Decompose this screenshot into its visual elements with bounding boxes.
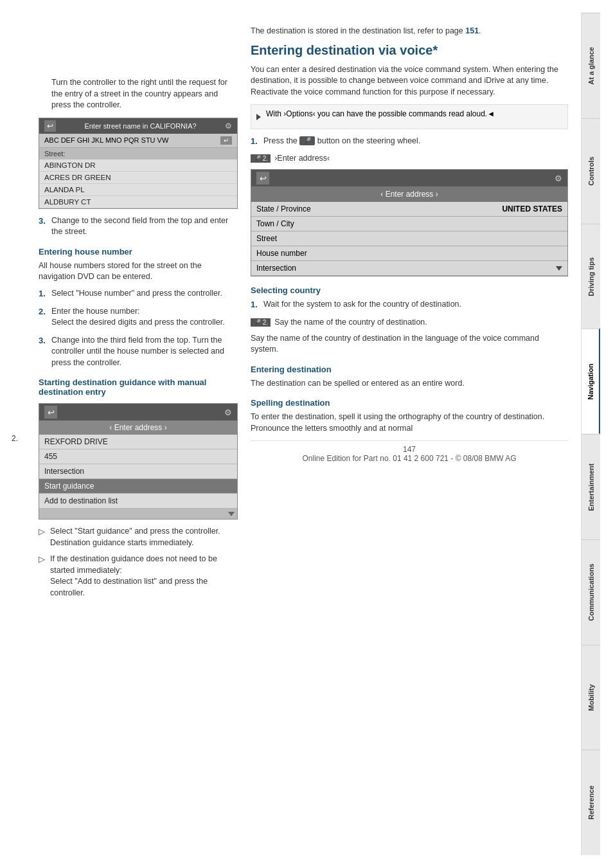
screen-header: ↩ Enter street name in CALIFORNIA? ⚙ bbox=[39, 118, 237, 134]
scroll-indicator bbox=[39, 509, 237, 519]
street-label: Street bbox=[256, 234, 277, 243]
house-step-2-text: Enter the house number:Select the desire… bbox=[51, 306, 225, 329]
screen-keyboard: ABC DEF GHI JKL MNO PQR STU VW ↵ bbox=[39, 134, 237, 148]
start-guidance-row[interactable]: Start guidance bbox=[39, 479, 237, 494]
country-body: Say the name of the country of destinati… bbox=[251, 333, 568, 356]
spelling-destination-heading: Spelling destination bbox=[251, 398, 568, 408]
arrow-right-icon-2: ▷ bbox=[39, 554, 45, 599]
step-3-number: 3. bbox=[39, 215, 48, 238]
street-screen-widget: ↩ Enter street name in CALIFORNIA? ⚙ ABC… bbox=[39, 118, 238, 209]
enter-key[interactable]: ↵ bbox=[220, 136, 232, 145]
house-step-1: 1. Select "House number" and press the c… bbox=[39, 288, 238, 300]
starting-guidance-heading: Starting destination guidance with manua… bbox=[39, 377, 238, 397]
guidance-row-2: 455 bbox=[39, 449, 237, 464]
page-ref[interactable]: 151 bbox=[465, 26, 479, 35]
house-label: House number bbox=[256, 249, 307, 258]
page-footer: 147 Online Edition for Part no. 01 41 2 … bbox=[251, 440, 568, 463]
entering-destination-heading: Entering destination bbox=[251, 365, 568, 374]
selecting-country-heading: Selecting country bbox=[251, 285, 568, 295]
mic-icon: 🎤 2. bbox=[251, 154, 271, 163]
guidance-arrow-1: ▷ Select "Start guidance" and press the … bbox=[39, 526, 238, 548]
sidebar-tab-communications[interactable]: Communications bbox=[582, 539, 600, 645]
guidance-arrow-1-text: Select "Start guidance" and press the co… bbox=[50, 526, 220, 548]
step-3: 3. Change to the second field from the t… bbox=[39, 215, 238, 238]
enter-address-bar[interactable]: ‹ Enter address › bbox=[39, 420, 237, 435]
voice-back-icon[interactable]: ↩ bbox=[256, 172, 269, 185]
main-heading: Entering destination via voice* bbox=[251, 42, 568, 58]
voice-step-2-text: ›Enter address‹ bbox=[274, 154, 330, 163]
voice-enter-address[interactable]: ‹ Enter address › bbox=[251, 186, 567, 202]
back-arrow-icon[interactable]: ↩ bbox=[44, 406, 57, 419]
guidance-row-3: Intersection bbox=[39, 464, 237, 479]
country-step-1-num: 1. bbox=[251, 299, 260, 311]
voice-step-2: 🎤 2. ›Enter address‹ bbox=[251, 154, 568, 163]
right-column: The destination is stored in the destina… bbox=[251, 13, 568, 855]
add-to-list-row[interactable]: Add to destination list bbox=[39, 494, 237, 509]
entering-house-number-heading: Entering house number bbox=[39, 247, 238, 257]
sidebar-tab-mobility[interactable]: Mobility bbox=[582, 645, 600, 750]
list-item[interactable]: ABINGTON DR bbox=[39, 159, 237, 172]
list-item[interactable]: ALANDA PL bbox=[39, 184, 237, 196]
left-column: Turn the controller to the right until t… bbox=[39, 13, 238, 855]
sidebar-tab-at-a-glance[interactable]: At a glance bbox=[582, 13, 600, 118]
list-item[interactable]: ALDBURY CT bbox=[39, 196, 237, 208]
house-step-3-text: Change into the third field from the top… bbox=[51, 335, 238, 369]
voice-house-row: House number bbox=[251, 246, 567, 261]
sidebar-tab-driving-tips[interactable]: Driving tips bbox=[582, 224, 600, 329]
state-label: State / Province bbox=[256, 204, 311, 213]
guidance-screen-widget: ↩ ⚙ ‹ Enter address › REXFORD DRIVE 455 … bbox=[39, 403, 238, 520]
guidance-screen-topbar: ↩ ⚙ bbox=[39, 404, 237, 420]
country-step-1: 1. Wait for the system to ask for the co… bbox=[251, 299, 568, 311]
voice-town-row: Town / City bbox=[251, 217, 567, 231]
footer-text: Online Edition for Part no. 01 41 2 600 … bbox=[302, 454, 516, 463]
guidance-arrow-2: ▷ If the destination guidance does not n… bbox=[39, 554, 238, 599]
sidebar-tab-controls[interactable]: Controls bbox=[582, 118, 600, 224]
house-step-1-text: Select "House number" and press the cont… bbox=[51, 288, 222, 300]
voice-settings-icon[interactable]: ⚙ bbox=[555, 174, 562, 183]
country-step-2-text: Say the name of the country of destinati… bbox=[274, 318, 427, 327]
screen-header-title: Enter street name in CALIFORNIA? bbox=[84, 122, 196, 130]
town-label: Town / City bbox=[256, 219, 294, 228]
intersection-label: Intersection bbox=[256, 264, 296, 273]
house-step-1-num: 1. bbox=[39, 288, 48, 300]
sidebar-tab-reference[interactable]: Reference bbox=[582, 750, 600, 855]
sidebar: At a glance Controls Driving tips Naviga… bbox=[581, 13, 600, 855]
screen-list: Street: ABINGTON DR ACRES DR GREEN ALAND… bbox=[39, 148, 237, 208]
step-3-text: Change to the second field from the top … bbox=[51, 215, 238, 238]
triangle-icon bbox=[256, 109, 261, 125]
list-item[interactable]: ACRES DR GREEN bbox=[39, 172, 237, 184]
guidance-arrow-2-text: If the destination guidance does not nee… bbox=[50, 554, 238, 599]
voice-screen-widget: ↩ ⚙ ‹ Enter address › State / Province U… bbox=[251, 169, 568, 276]
spelling-destination-body: To enter the destination, spell it using… bbox=[251, 411, 568, 434]
voice-step-1: 1. Press the 🎤 button on the steering wh… bbox=[251, 136, 568, 147]
house-step-2: 2. Enter the house number:Select the des… bbox=[39, 306, 238, 329]
entering-house-number-body: All house numbers stored for the street … bbox=[39, 260, 238, 283]
country-step-2: 🎤 2. Say the name of the country of dest… bbox=[251, 318, 568, 327]
street-label: Street: bbox=[39, 148, 237, 159]
arrow-right-icon-1: ▷ bbox=[39, 526, 45, 548]
step-2-number bbox=[39, 77, 48, 111]
sidebar-tab-navigation[interactable]: Navigation bbox=[582, 329, 600, 434]
settings-gear-icon[interactable]: ⚙ bbox=[224, 408, 232, 417]
sidebar-tab-entertainment[interactable]: Entertainment bbox=[582, 434, 600, 539]
scroll-down-icon bbox=[556, 264, 562, 273]
voice-screen-topbar: ↩ ⚙ bbox=[251, 170, 567, 186]
back-icon[interactable]: ↩ bbox=[44, 120, 56, 132]
house-step-3: 3. Change into the third field from the … bbox=[39, 335, 238, 369]
voice-intersection-row: Intersection bbox=[251, 261, 567, 276]
house-step-2-num: 2. bbox=[39, 306, 48, 329]
state-value: UNITED STATES bbox=[502, 204, 562, 213]
voice-step-1-text: Press the 🎤 button on the steering wheel… bbox=[263, 136, 420, 147]
main-content: Turn the controller to the right until t… bbox=[0, 0, 613, 868]
info-box: With ›Options‹ you can have the possible… bbox=[251, 104, 568, 129]
entering-destination-body: The destination can be spelled or entere… bbox=[251, 378, 568, 390]
stored-destination-text: The destination is stored in the destina… bbox=[251, 26, 568, 37]
keyboard-chars: ABC DEF GHI JKL MNO PQR STU VW bbox=[44, 136, 168, 144]
page-number: 147 bbox=[403, 445, 416, 454]
step-2: Turn the controller to the right until t… bbox=[39, 77, 238, 111]
mic-icon-2: 🎤 2. bbox=[251, 318, 271, 327]
step-2-text: Turn the controller to the right until t… bbox=[51, 77, 238, 111]
info-box-text: With ›Options‹ you can have the possible… bbox=[266, 109, 495, 125]
settings-icon[interactable]: ⚙ bbox=[225, 122, 232, 131]
country-step-1-text: Wait for the system to ask for the count… bbox=[263, 299, 461, 311]
